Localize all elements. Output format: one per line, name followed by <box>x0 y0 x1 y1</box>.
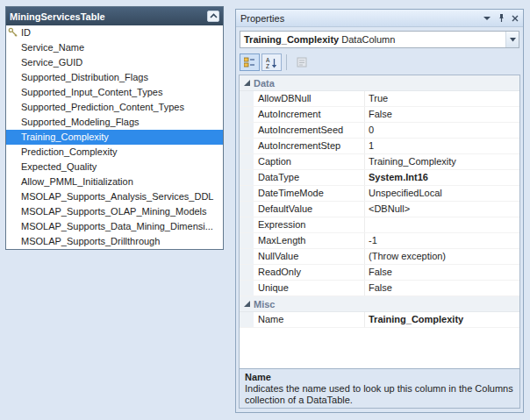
property-row[interactable]: MaxLength-1 <box>240 233 519 249</box>
property-value[interactable]: (Throw exception) <box>365 249 519 264</box>
table-row[interactable]: Service_GUID <box>6 55 223 70</box>
column-name: Supported_Distribution_Flags <box>21 72 148 82</box>
property-row-margin <box>240 186 254 201</box>
property-row-margin <box>240 312 254 327</box>
table-row[interactable]: MSOLAP_Supports_Drillthrough <box>6 234 223 249</box>
categorized-icon[interactable] <box>240 53 260 71</box>
property-row[interactable]: AllowDBNullTrue <box>240 91 519 107</box>
property-name: NullValue <box>254 249 365 264</box>
property-value[interactable]: -1 <box>365 233 519 248</box>
table-row[interactable]: Supported_Input_Content_Types <box>6 85 223 100</box>
property-name: ReadOnly <box>254 265 365 280</box>
property-value[interactable]: False <box>365 265 519 280</box>
property-row-margin <box>240 249 254 264</box>
property-row[interactable]: NameTraining_Complexity <box>240 312 519 328</box>
property-name: AutoIncrementSeed <box>254 123 365 138</box>
svg-text:Z: Z <box>266 63 269 68</box>
table-title: MiningServicesTable <box>10 11 207 22</box>
category-row[interactable]: Data <box>240 75 519 91</box>
property-value[interactable]: 0 <box>365 123 519 138</box>
property-row[interactable]: NullValue(Throw exception) <box>240 249 519 265</box>
property-value[interactable]: <DBNull> <box>365 202 519 217</box>
property-row[interactable]: AutoIncrementSeed0 <box>240 123 519 139</box>
property-row-margin <box>240 154 254 169</box>
dataset-designer: MiningServicesTable IDService_NameServic… <box>0 0 530 420</box>
property-name: AutoIncrementStep <box>254 139 365 153</box>
category-row[interactable]: Misc <box>240 296 519 312</box>
object-name: Training_Complexity <box>244 34 339 45</box>
window-menu-icon[interactable] <box>483 16 491 21</box>
property-row[interactable]: AutoIncrementFalse <box>240 107 519 123</box>
property-row-margin <box>240 233 254 248</box>
property-value[interactable]: Training_Complexity <box>365 154 519 169</box>
property-row-margin <box>240 107 254 122</box>
property-row-margin <box>240 217 254 232</box>
property-row[interactable]: Expression <box>240 217 519 233</box>
category-expander-icon[interactable] <box>240 79 254 87</box>
property-name: MaxLength <box>254 233 365 248</box>
table-row[interactable]: ID <box>6 25 223 40</box>
property-row[interactable]: CaptionTraining_Complexity <box>240 154 519 170</box>
property-row[interactable]: DateTimeModeUnspecifiedLocal <box>240 186 519 202</box>
column-name: MSOLAP_Supports_Analysis_Services_DDL <box>21 191 214 202</box>
table-row[interactable]: Allow_PMML_Initialization <box>6 174 223 189</box>
properties-titlebar[interactable]: Properties <box>236 10 523 27</box>
properties-window: Properties Training_Complexity DataColum… <box>235 9 524 413</box>
table-mining-services: MiningServicesTable IDService_NameServic… <box>5 6 224 250</box>
property-row[interactable]: DefaultValue<DBNull> <box>240 202 519 217</box>
property-value[interactable]: True <box>365 91 519 106</box>
column-name: Supported_Input_Content_Types <box>21 87 162 97</box>
property-row[interactable]: AutoIncrementStep1 <box>240 139 519 154</box>
table-row[interactable]: Supported_Modeling_Flags <box>6 115 223 130</box>
category-label: Data <box>254 78 275 89</box>
property-name: Name <box>254 312 365 327</box>
table-header[interactable]: MiningServicesTable <box>6 7 223 25</box>
property-value[interactable]: System.Int16 <box>365 170 519 185</box>
table-row[interactable]: Training_Complexity <box>6 130 223 145</box>
table-row[interactable]: Supported_Distribution_Flags <box>6 70 223 85</box>
properties-toolbar: AZ <box>240 52 312 73</box>
property-value[interactable]: 1 <box>365 139 519 153</box>
property-row[interactable]: UniqueFalse <box>240 281 519 296</box>
table-row[interactable]: Expected_Quality <box>6 160 223 174</box>
property-value[interactable]: UnspecifiedLocal <box>365 186 519 201</box>
help-description: Indicates the name used to look up this … <box>245 383 514 406</box>
category-expander-icon[interactable] <box>240 300 254 308</box>
property-row[interactable]: DataTypeSystem.Int16 <box>240 170 519 186</box>
pin-icon[interactable] <box>498 14 505 23</box>
property-value[interactable]: Training_Complexity <box>365 312 519 327</box>
property-value[interactable]: False <box>365 107 519 122</box>
table-row[interactable]: MSOLAP_Supports_OLAP_Mining_Models <box>6 204 223 219</box>
property-row-margin <box>240 139 254 153</box>
properties-title: Properties <box>240 13 483 24</box>
category-label: Misc <box>254 299 275 310</box>
property-row-margin <box>240 265 254 280</box>
table-column-list: IDService_NameService_GUIDSupported_Dist… <box>6 25 223 249</box>
table-row[interactable]: MSOLAP_Supports_Analysis_Services_DDL <box>6 189 223 204</box>
property-name: Caption <box>254 154 365 169</box>
toolbar-separator <box>286 54 287 70</box>
property-row-margin <box>240 170 254 185</box>
help-pane: Name Indicates the name used to look up … <box>239 368 520 409</box>
column-name: Service_Name <box>21 42 84 53</box>
property-row-margin <box>240 91 254 106</box>
table-row[interactable]: Supported_Prediction_Content_Types <box>6 100 223 115</box>
close-icon[interactable] <box>512 15 519 22</box>
table-row[interactable]: Prediction_Complexity <box>6 145 223 160</box>
column-name: Supported_Prediction_Content_Types <box>21 102 184 112</box>
collapse-chevron-icon[interactable] <box>207 11 219 22</box>
table-row[interactable]: MSOLAP_Supports_Data_Mining_Dimensi... <box>6 219 223 234</box>
property-row-margin <box>240 123 254 138</box>
property-pages-icon <box>291 53 312 71</box>
column-name: Allow_PMML_Initialization <box>21 176 133 187</box>
property-row[interactable]: ReadOnlyFalse <box>240 265 519 281</box>
property-row-margin <box>240 202 254 217</box>
property-name: Unique <box>254 281 365 295</box>
property-value[interactable] <box>365 217 519 232</box>
property-row-margin <box>240 281 254 295</box>
az-sort-icon[interactable]: AZ <box>261 53 282 71</box>
property-value[interactable]: False <box>365 281 519 295</box>
object-selector[interactable]: Training_Complexity DataColumn <box>240 31 519 48</box>
column-name: MSOLAP_Supports_Data_Mining_Dimensi... <box>21 221 213 231</box>
table-row[interactable]: Service_Name <box>6 40 223 55</box>
